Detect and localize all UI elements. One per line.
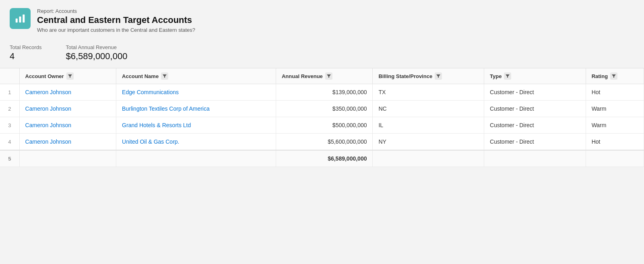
report-icon <box>10 8 31 29</box>
svg-marker-5 <box>327 74 331 78</box>
filter-rating-button[interactable] <box>610 72 617 80</box>
total-records-summary: Total Records 4 <box>10 44 41 62</box>
type-cell: Customer - Direct <box>484 117 586 134</box>
svg-marker-3 <box>68 74 72 78</box>
filter-billing-state-button[interactable] <box>435 72 442 80</box>
total-rating-empty <box>586 150 644 167</box>
report-table-container: Account Owner Account Name <box>0 68 644 167</box>
account-owner-cell[interactable]: Cameron Johnson <box>19 84 116 101</box>
filter-type-button[interactable] <box>504 72 511 80</box>
total-revenue-summary: Total Annual Revenue $6,589,000,000 <box>66 44 127 62</box>
annual-revenue-cell: $350,000,000 <box>276 101 373 117</box>
account-name-cell[interactable]: United Oil & Gas Corp. <box>116 134 276 151</box>
col-header-annual-revenue: Annual Revenue <box>276 68 373 84</box>
row-number: 1 <box>0 84 19 101</box>
account-owner-cell[interactable]: Cameron Johnson <box>19 117 116 134</box>
col-header-type: Type <box>484 68 586 84</box>
summary-section: Total Records 4 Total Annual Revenue $6,… <box>0 39 644 68</box>
table-row: 1Cameron JohnsonEdge Communications$139,… <box>0 84 644 101</box>
col-header-account-owner: Account Owner <box>19 68 116 84</box>
report-header: Report: Accounts Central and Eastern Tar… <box>0 0 644 39</box>
account-name-cell-link[interactable]: Burlington Textiles Corp of America <box>122 105 210 112</box>
table-row: 3Cameron JohnsonGrand Hotels & Resorts L… <box>0 117 644 134</box>
billing-state-cell: NC <box>373 101 484 117</box>
report-title: Central and Eastern Target Accounts <box>37 15 195 25</box>
rating-cell: Hot <box>586 134 644 151</box>
account-owner-cell-link[interactable]: Cameron Johnson <box>25 122 71 128</box>
row-number: 3 <box>0 117 19 134</box>
table-row: 2Cameron JohnsonBurlington Textiles Corp… <box>0 101 644 117</box>
report-description: Who are our important customers in the C… <box>37 27 195 33</box>
annual-revenue-cell: $139,000,000 <box>276 84 373 101</box>
filter-account-owner-button[interactable] <box>66 72 74 80</box>
account-name-cell[interactable]: Edge Communications <box>116 84 276 101</box>
table-row: 4Cameron JohnsonUnited Oil & Gas Corp.$5… <box>0 134 644 151</box>
account-name-cell-link[interactable]: United Oil & Gas Corp. <box>122 138 179 145</box>
chart-icon <box>14 12 26 25</box>
report-type-label: Report: Accounts <box>37 8 195 14</box>
svg-rect-1 <box>19 16 21 23</box>
total-revenue-value: $6,589,000,000 <box>66 51 127 62</box>
total-name-empty <box>116 150 276 167</box>
rating-cell: Warm <box>586 117 644 134</box>
total-row-num: 5 <box>0 150 19 167</box>
account-owner-cell-link[interactable]: Cameron Johnson <box>25 89 71 95</box>
annual-revenue-cell: $500,000,000 <box>276 117 373 134</box>
col-header-rating: Rating <box>586 68 644 84</box>
billing-state-cell: NY <box>373 134 484 151</box>
billing-state-cell: TX <box>373 84 484 101</box>
col-header-account-name: Account Name <box>116 68 276 84</box>
account-name-cell-link[interactable]: Grand Hotels & Resorts Ltd <box>122 122 191 128</box>
account-owner-cell-link[interactable]: Cameron Johnson <box>25 105 71 112</box>
total-records-value: 4 <box>10 51 41 62</box>
billing-state-cell: IL <box>373 117 484 134</box>
filter-annual-revenue-button[interactable] <box>325 72 332 80</box>
rating-cell: Hot <box>586 84 644 101</box>
account-name-cell[interactable]: Grand Hotels & Resorts Ltd <box>116 117 276 134</box>
account-owner-cell[interactable]: Cameron Johnson <box>19 134 116 151</box>
total-revenue: $6,589,000,000 <box>276 150 373 167</box>
account-name-cell[interactable]: Burlington Textiles Corp of America <box>116 101 276 117</box>
report-table: Account Owner Account Name <box>0 68 644 167</box>
type-cell: Customer - Direct <box>484 101 586 117</box>
rating-cell: Warm <box>586 101 644 117</box>
row-number: 4 <box>0 134 19 151</box>
total-records-label: Total Records <box>10 44 41 50</box>
filter-account-name-button[interactable] <box>161 72 168 80</box>
svg-marker-4 <box>163 74 167 78</box>
svg-marker-6 <box>436 74 440 78</box>
annual-revenue-cell: $5,600,000,000 <box>276 134 373 151</box>
account-name-cell-link[interactable]: Edge Communications <box>122 89 179 95</box>
row-number: 2 <box>0 101 19 117</box>
report-header-text: Report: Accounts Central and Eastern Tar… <box>37 8 195 33</box>
total-owner-empty <box>19 150 116 167</box>
svg-rect-0 <box>16 19 18 23</box>
account-owner-cell[interactable]: Cameron Johnson <box>19 101 116 117</box>
svg-marker-7 <box>506 74 510 78</box>
total-type-empty <box>484 150 586 167</box>
table-total-row: 5$6,589,000,000 <box>0 150 644 167</box>
total-state-empty <box>373 150 484 167</box>
svg-marker-8 <box>612 74 616 78</box>
type-cell: Customer - Direct <box>484 84 586 101</box>
col-header-row-num <box>0 68 19 84</box>
account-owner-cell-link[interactable]: Cameron Johnson <box>25 138 71 145</box>
svg-rect-2 <box>23 14 25 23</box>
total-revenue-label: Total Annual Revenue <box>66 44 127 50</box>
col-header-billing-state: Billing State/Province <box>373 68 484 84</box>
type-cell: Customer - Direct <box>484 134 586 151</box>
table-header-row: Account Owner Account Name <box>0 68 644 84</box>
